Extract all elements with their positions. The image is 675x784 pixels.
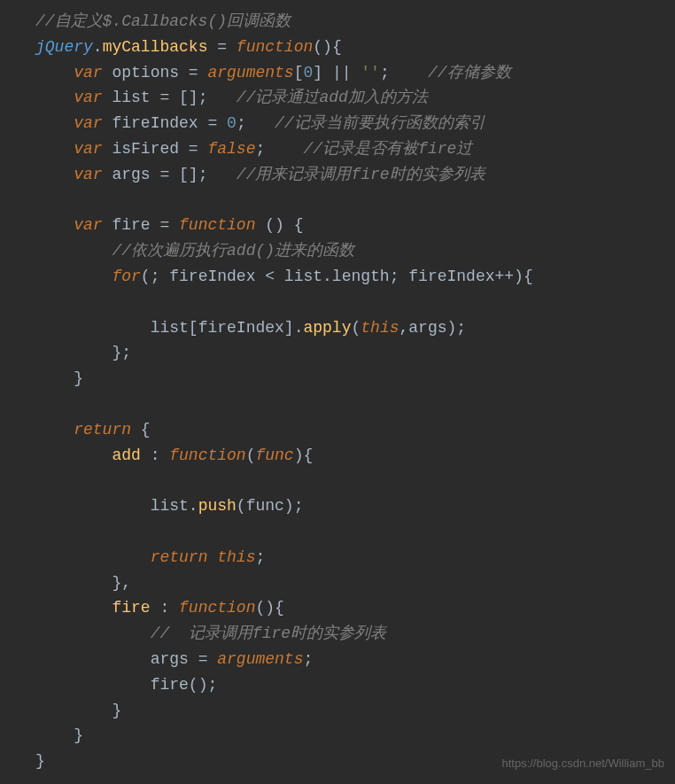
comment-line: //自定义$.Callbacks()回调函数 bbox=[35, 12, 291, 30]
jquery-global: jQuery bbox=[35, 38, 93, 56]
code-block: //自定义$.Callbacks()回调函数 jQuery.myCallback… bbox=[35, 9, 675, 774]
watermark: https://blog.csdn.net/William_bb bbox=[501, 755, 664, 773]
